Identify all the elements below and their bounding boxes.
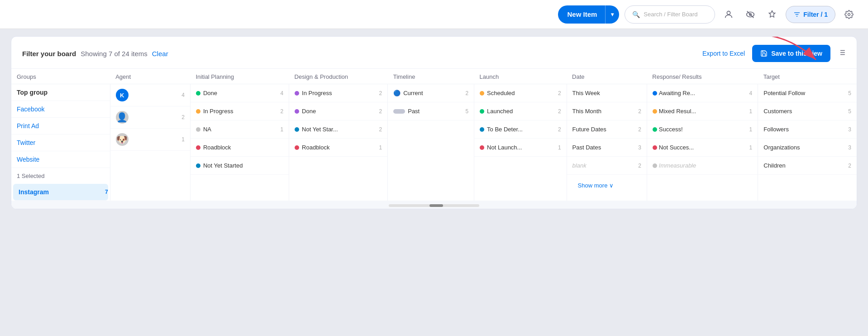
search-icon: 🔍 <box>632 11 640 18</box>
avatar: 👤 <box>116 111 129 124</box>
board-panel: Filter your board Showing 7 of 24 items … <box>11 36 857 209</box>
list-item: In Progress 2 <box>191 102 289 120</box>
list-item: Awaiting Re... 4 <box>647 84 758 102</box>
table-wrapper: Groups Agent Initial Planning Design & P… <box>11 69 857 201</box>
col-header-target: Target <box>758 69 857 84</box>
list-item: Top group <box>11 84 110 101</box>
list-item: Success! 1 <box>647 120 758 139</box>
col-header-initial-planning: Initial Planning <box>190 69 289 84</box>
list-item: K 4 <box>110 84 190 106</box>
list-item: In Progress 2 <box>289 84 387 102</box>
list-item: Mixed Resul... 1 <box>647 102 758 120</box>
list-item: Roadblock 1 <box>289 139 387 157</box>
search-placeholder: Search / Filter Board <box>644 11 697 18</box>
selected-item[interactable]: Instagram 7 <box>13 184 108 201</box>
list-item: This Month 2 <box>567 102 647 120</box>
list-item: 👤 2 <box>110 106 190 129</box>
clear-button[interactable]: Clear <box>152 50 168 58</box>
new-item-label: New Item <box>558 10 605 18</box>
export-button[interactable]: Export to Excel <box>702 50 745 57</box>
list-item: Organizations 3 <box>758 139 857 157</box>
initial-planning-cell: Done 4 In Progress 2 NA 1 Roadblock Not … <box>190 84 289 201</box>
scrollbar-track <box>389 204 479 207</box>
list-item: Launched 2 <box>474 102 567 120</box>
list-item: Done 2 <box>289 102 387 120</box>
list-item: Past 5 <box>388 102 474 120</box>
design-production-cell: In Progress 2 Done 2 Not Yet Star... 2 R… <box>289 84 388 201</box>
horizontal-scrollbar[interactable] <box>11 201 857 209</box>
list-item[interactable]: Print Ad <box>11 118 110 134</box>
col-header-launch: Launch <box>474 69 567 84</box>
list-item[interactable]: Twitter <box>11 134 110 151</box>
save-view-label: Save to this view <box>771 50 822 57</box>
list-item: 🐶 1 <box>110 129 190 151</box>
sort-icon-button[interactable] <box>838 48 846 59</box>
svg-point-0 <box>727 11 730 14</box>
col-header-groups: Groups <box>11 69 110 84</box>
list-item[interactable]: Website <box>11 151 110 168</box>
list-item: Scheduled 2 <box>474 84 567 102</box>
response-cell: Awaiting Re... 4 Mixed Resul... 1 Succes… <box>647 84 758 201</box>
filter-subtitle: Showing 7 of 24 items <box>81 50 148 58</box>
list-item: Immeasurable <box>647 157 758 175</box>
list-item: Children 2 <box>758 157 857 175</box>
list-item: Not Launch... 1 <box>474 139 567 157</box>
list-item[interactable]: Facebook <box>11 101 110 118</box>
filter-title: Filter your board <box>22 50 76 58</box>
main-content: Filter your board Showing 7 of 24 items … <box>0 29 868 336</box>
groups-cell: Top groupFacebookPrint AdTwitterWebsite1… <box>11 84 110 201</box>
new-item-button[interactable]: New Item ▾ <box>558 5 619 24</box>
avatar: 🐶 <box>116 133 129 146</box>
list-item: NA 1 <box>191 120 289 139</box>
list-item: Past Dates 3 <box>567 139 647 157</box>
col-header-date: Date <box>567 69 647 84</box>
filter-bar-left: Filter your board Showing 7 of 24 items … <box>22 50 168 58</box>
list-item: Not Yet Star... 2 <box>289 120 387 139</box>
timeline-cell: 🔵 Current 2 Past 5 <box>388 84 474 201</box>
pin-icon-button[interactable] <box>764 6 780 23</box>
list-item: 🔵 Current 2 <box>388 84 474 102</box>
search-box: 🔍 Search / Filter Board <box>625 5 715 24</box>
filter-label: Filter / 1 <box>803 11 828 18</box>
filter-bar: Filter your board Showing 7 of 24 items … <box>11 37 857 69</box>
avatar: K <box>116 89 129 101</box>
launch-cell: Scheduled 2 Launched 2 To Be Deter... 2 … <box>474 84 567 201</box>
list-item: Potential Follow 5 <box>758 84 857 102</box>
save-view-button[interactable]: Save to this view <box>752 45 830 62</box>
col-header-response: Response/ Results <box>647 69 758 84</box>
list-item: To Be Deter... 2 <box>474 120 567 139</box>
list-item: Future Dates 2 <box>567 120 647 139</box>
scrollbar-thumb <box>429 204 443 207</box>
list-item: Customers 5 <box>758 102 857 120</box>
user-icon-button[interactable] <box>720 6 737 23</box>
date-cell: This Week This Month 2 Future Dates 2 Pa… <box>567 84 647 201</box>
list-item: Roadblock <box>191 139 289 157</box>
col-header-design-production: Design & Production <box>289 69 388 84</box>
target-cell: Potential Follow 5 Customers 5 Followers… <box>758 84 857 201</box>
agent-cell: K 4 👤 2 🐶 1 <box>110 84 190 201</box>
svg-point-7 <box>848 13 850 15</box>
eye-icon-button[interactable] <box>742 6 758 23</box>
list-item: blank 2 <box>567 157 647 175</box>
topbar: New Item ▾ 🔍 Search / Filter Board Filte… <box>0 0 868 29</box>
col-header-timeline: Timeline <box>388 69 474 84</box>
list-item: Done 4 <box>191 84 289 102</box>
selected-label: 1 Selected <box>11 168 110 184</box>
filter-bar-right: Export to Excel Save to this view <box>702 45 846 62</box>
settings-icon-button[interactable] <box>841 6 857 23</box>
list-item: Followers 3 <box>758 120 857 139</box>
filter-button[interactable]: Filter / 1 <box>786 6 835 23</box>
list-item: Not Succes... 1 <box>647 139 758 157</box>
col-header-agent: Agent <box>110 69 190 84</box>
show-more-button[interactable]: Show more ∨ <box>572 178 619 193</box>
new-item-caret[interactable]: ▾ <box>606 11 619 18</box>
list-item: Not Yet Started <box>191 157 289 175</box>
list-item: This Week <box>567 84 647 102</box>
board-table: Groups Agent Initial Planning Design & P… <box>11 69 857 201</box>
